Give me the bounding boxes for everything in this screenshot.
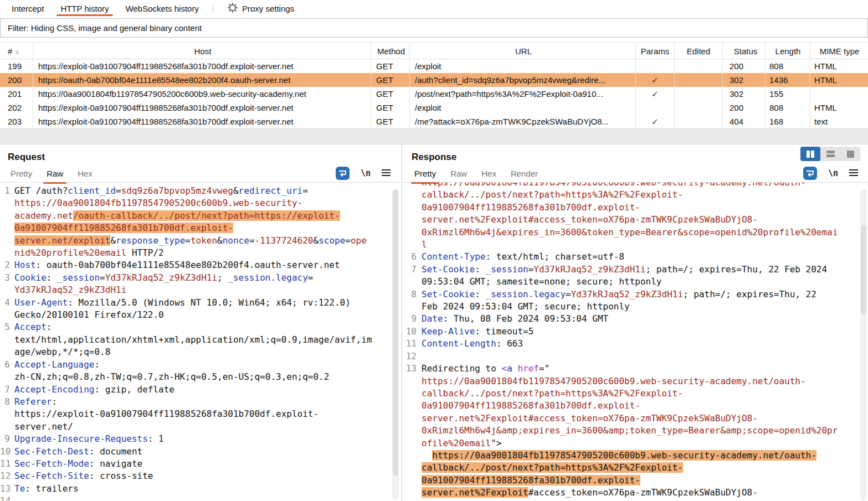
line-content: Redirecting to <a href=" https://0aa9001… bbox=[422, 363, 838, 501]
checkmark-icon: ✓ bbox=[651, 75, 659, 85]
newline-toggle-icon[interactable]: \n bbox=[361, 168, 371, 178]
code-line: 14 bbox=[0, 495, 400, 501]
table-row[interactable]: 203https://exploit-0a91007904ff119885268… bbox=[0, 115, 868, 128]
line-content: Referer: https://exploit-0a91007904ff119… bbox=[14, 396, 372, 433]
line-number: 8 bbox=[0, 396, 14, 433]
cell-url: /post/next?path=https%3A%2F%2Fexploit-0a… bbox=[410, 87, 636, 101]
request-scrollbar[interactable] bbox=[392, 189, 399, 500]
word-wrap-icon[interactable] bbox=[336, 167, 350, 180]
table-row[interactable]: 199https://exploit-0a91007904ff119885268… bbox=[0, 59, 868, 73]
response-editor[interactable]: https://0aa9001804fb11978547905200c600b9… bbox=[404, 183, 868, 501]
request-tab-raw[interactable]: Raw bbox=[39, 165, 70, 183]
table-body: 199https://exploit-0a91007904ff119885268… bbox=[0, 59, 868, 128]
table-row[interactable]: 201https://0aa9001804fb11978547905200c60… bbox=[0, 87, 868, 101]
cell-mime: text bbox=[810, 115, 868, 128]
code-line: 8Referer: https://exploit-0a91007904ff11… bbox=[0, 396, 400, 433]
column-header-params[interactable]: Params bbox=[636, 43, 675, 59]
code-line: 13Redirecting to <a href=" https://0aa90… bbox=[404, 363, 868, 501]
request-tab-hex[interactable]: Hex bbox=[70, 165, 100, 183]
cell-edited bbox=[675, 59, 723, 73]
gear-icon bbox=[227, 2, 238, 15]
cell-host: https://oauth-0ab700bf04e1111e85548ee802… bbox=[33, 73, 371, 87]
cell-params: ✓ bbox=[636, 87, 675, 101]
line-number: 3 bbox=[0, 272, 14, 297]
tab-label: Raw bbox=[450, 169, 467, 178]
tab-websockets-history[interactable]: WebSockets history bbox=[117, 0, 207, 17]
line-number: 10 bbox=[0, 446, 14, 458]
table-row[interactable]: 200https://oauth-0ab700bf04e1111e85548ee… bbox=[0, 73, 868, 87]
cell-url: /me?attack=oX76pa-zmTWK9CpzekSWaBuDYjO8.… bbox=[410, 115, 636, 128]
code-line: 8Set-Cookie: _session.legacy=Yd37kRJaq52… bbox=[404, 288, 868, 313]
single-pane-icon[interactable] bbox=[840, 147, 860, 161]
cell-params: ✓ bbox=[636, 115, 675, 128]
horizontal-splitter[interactable] bbox=[0, 128, 868, 144]
response-tab-pretty[interactable]: Pretty bbox=[407, 165, 443, 183]
cell-status: 404 bbox=[723, 115, 766, 128]
sort-ascending-icon: ∧ bbox=[15, 49, 19, 55]
cell-length: 155 bbox=[766, 87, 810, 101]
word-wrap-icon[interactable] bbox=[803, 167, 817, 180]
scrollbar-thumb[interactable] bbox=[861, 225, 866, 314]
column-header-num[interactable]: #∧ bbox=[0, 43, 33, 59]
tab-http-history[interactable]: HTTP history bbox=[52, 0, 117, 17]
tab-label: Pretty bbox=[11, 169, 32, 178]
tab-proxy-settings[interactable]: Proxy settings bbox=[219, 0, 302, 17]
tab-label: Raw bbox=[47, 169, 63, 178]
message-editor-area: Request Pretty Raw Hex \n 1GET /auth?cli… bbox=[0, 144, 868, 501]
line-number: 1 bbox=[0, 185, 14, 259]
split-columns-icon[interactable] bbox=[800, 147, 820, 161]
code-line: 4User-Agent: Mozilla/5.0 (Windows NT 10.… bbox=[0, 297, 400, 322]
cell-host: https://exploit-0a91007904ff119885268fa3… bbox=[33, 59, 371, 73]
tab-intercept[interactable]: Intercept bbox=[3, 0, 52, 17]
newline-toggle-icon[interactable]: \n bbox=[828, 168, 838, 178]
code-line: 3Cookie: _session=Yd37kRJaq52_z9kZ3dH1i;… bbox=[0, 272, 400, 297]
column-header-mime[interactable]: MIME type bbox=[810, 43, 868, 59]
code-line: 5Accept: text/html,application/xhtml+xml… bbox=[0, 321, 400, 358]
column-header-status[interactable]: Status bbox=[723, 43, 766, 59]
request-title: Request bbox=[8, 152, 400, 163]
tab-label: Render bbox=[511, 169, 538, 178]
response-tab-render[interactable]: Render bbox=[504, 165, 545, 183]
response-panel: Response Pretty Raw Hex Render \n https:… bbox=[404, 144, 868, 501]
response-tab-bar: Pretty Raw Hex Render \n bbox=[404, 165, 868, 183]
code-line: 9Upgrade-Insecure-Requests: 1 bbox=[0, 433, 400, 445]
line-number: 13 bbox=[404, 363, 422, 501]
request-tab-pretty[interactable]: Pretty bbox=[3, 165, 39, 183]
code-line: 6Accept-Language: zh-CN,zh;q=0.8,zh-TW;q… bbox=[0, 359, 400, 384]
column-header-edited[interactable]: Edited bbox=[675, 43, 723, 59]
request-editor[interactable]: 1GET /auth?client_id=sdq9z6a7bpvop5mz4vw… bbox=[0, 183, 400, 501]
response-scrollbar[interactable] bbox=[860, 189, 867, 500]
line-number: 9 bbox=[404, 313, 422, 325]
cell-edited bbox=[675, 87, 723, 101]
column-header-method[interactable]: Method bbox=[371, 43, 410, 59]
code-line: 12 bbox=[404, 350, 868, 363]
line-number: 12 bbox=[0, 470, 14, 482]
line-content: Accept: text/html,application/xhtml+xml,… bbox=[14, 321, 372, 358]
scrollbar-thumb[interactable] bbox=[393, 190, 398, 476]
filter-bar[interactable]: Filter: Hiding CSS, image and general bi… bbox=[0, 18, 868, 38]
column-header-length[interactable]: Length bbox=[766, 43, 810, 59]
cell-host: https://exploit-0a91007904ff119885268fa3… bbox=[33, 115, 371, 128]
response-tab-raw[interactable]: Raw bbox=[443, 165, 474, 183]
cell-url: /auth?client_id=sdq9z6a7bpvop5mz4vweg&re… bbox=[410, 73, 636, 87]
cell-edited bbox=[675, 115, 723, 128]
table-row[interactable]: 202https://exploit-0a91007904ff119885268… bbox=[0, 101, 868, 115]
line-number: 13 bbox=[0, 483, 14, 495]
line-content: Set-Cookie: _session=Yd37kRJaq52_z9kZ3dH… bbox=[422, 264, 838, 288]
response-tab-hex[interactable]: Hex bbox=[474, 165, 504, 183]
cell-mime: HTML bbox=[810, 59, 868, 73]
line-number: 12 bbox=[404, 350, 422, 363]
proxy-tab-bar: Intercept HTTP history WebSockets histor… bbox=[0, 0, 868, 17]
split-rows-icon[interactable] bbox=[820, 147, 840, 161]
cell-method: GET bbox=[371, 73, 410, 87]
column-header-host[interactable]: Host bbox=[33, 43, 371, 59]
menu-icon[interactable] bbox=[849, 168, 858, 178]
menu-icon[interactable] bbox=[382, 168, 391, 178]
column-header-url[interactable]: URL bbox=[410, 43, 636, 59]
tab-label: Hex bbox=[481, 169, 496, 178]
cell-length: 1436 bbox=[766, 73, 810, 87]
cell-num: 199 bbox=[0, 59, 33, 73]
line-content: Content-Type: text/html; charset=utf-8 bbox=[422, 251, 838, 263]
cell-url: /exploit bbox=[410, 101, 636, 115]
tab-label: Pretty bbox=[414, 169, 436, 178]
